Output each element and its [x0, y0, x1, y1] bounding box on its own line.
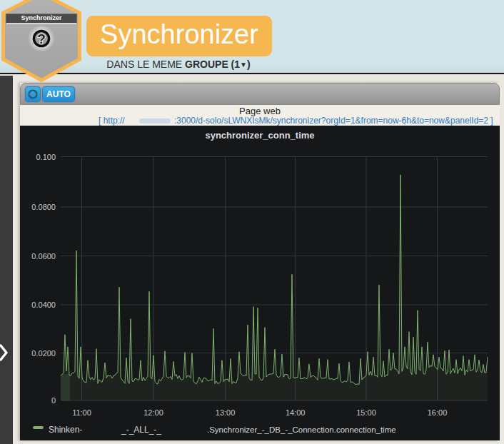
- svg-text:0.0200: 0.0200: [31, 349, 56, 358]
- svg-text:0: 0: [51, 396, 56, 405]
- svg-text:synchronizer_conn_time: synchronizer_conn_time: [205, 130, 314, 141]
- svg-text:0.0600: 0.0600: [31, 252, 56, 261]
- svg-text:?: ?: [37, 31, 46, 46]
- svg-text:13:00: 13:00: [216, 408, 236, 417]
- svg-text:0.0400: 0.0400: [31, 301, 56, 309]
- svg-text:0.0800: 0.0800: [31, 203, 56, 211]
- svg-text:_-_ALL_-_: _-_ALL_-_: [121, 425, 161, 435]
- svg-text:.Synchronizer_-_DB_-_Connectio: .Synchronizer_-_DB_-_Connection.connecti…: [207, 425, 396, 434]
- svg-text:Shinken-: Shinken-: [49, 425, 82, 435]
- svg-text:16:00: 16:00: [428, 408, 448, 417]
- svg-text:12:00: 12:00: [143, 408, 163, 417]
- svg-text:14:00: 14:00: [286, 408, 306, 417]
- svg-text:15:00: 15:00: [356, 408, 376, 417]
- svg-text:11:00: 11:00: [72, 408, 91, 417]
- svg-text:0.100: 0.100: [36, 153, 56, 161]
